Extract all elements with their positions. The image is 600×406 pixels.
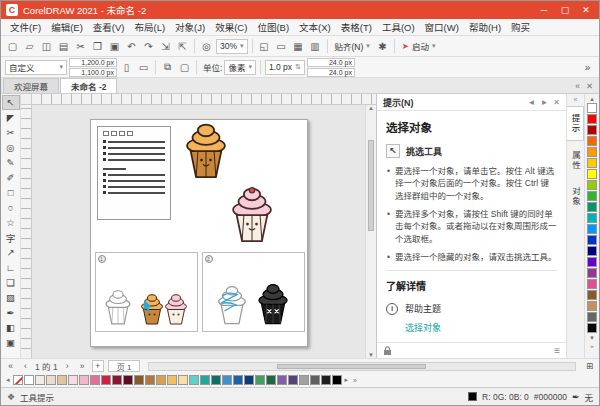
color-swatch[interactable]	[587, 323, 597, 333]
expand-dockers-icon[interactable]: «	[574, 96, 578, 103]
color-swatch[interactable]	[587, 180, 597, 190]
palette-left-icon[interactable]: ◂	[6, 376, 10, 384]
palette-expand-icon[interactable]: »	[590, 342, 593, 350]
save-icon[interactable]: ◫	[39, 39, 54, 54]
first-page-icon[interactable]: «	[5, 361, 16, 371]
steps-box-right[interactable]: 2	[202, 252, 305, 332]
connector-tool[interactable]: ∟	[2, 260, 20, 275]
back-icon[interactable]: ◄	[527, 98, 535, 107]
maximize-button[interactable]: ▢	[557, 5, 573, 15]
landscape-orientation-icon[interactable]: ▭	[136, 60, 151, 75]
all-pages-icon[interactable]: ⧉	[160, 60, 175, 75]
color-swatch[interactable]	[255, 375, 265, 385]
text-tool[interactable]: 字	[2, 230, 20, 245]
select-objects-link[interactable]: 选择对象	[405, 321, 557, 334]
canvas[interactable]: 1	[32, 105, 365, 358]
vertical-scroll-thumb[interactable]	[368, 140, 374, 232]
color-swatch[interactable]	[79, 375, 89, 385]
page-tab[interactable]: 页 1	[108, 360, 141, 372]
artistic-media-tool[interactable]: ✐	[2, 170, 20, 185]
color-swatch[interactable]	[277, 375, 287, 385]
previous-page-icon[interactable]: ‹	[20, 361, 31, 371]
color-swatch[interactable]	[587, 158, 597, 168]
color-swatch[interactable]	[587, 213, 597, 223]
page-preset-select[interactable]: 自定义▾	[5, 60, 67, 75]
menu-item[interactable]: 工具(O)	[377, 19, 420, 35]
ellipse-tool[interactable]: ○	[2, 200, 20, 215]
last-page-icon[interactable]: »	[77, 361, 88, 371]
color-swatch[interactable]	[46, 375, 56, 385]
color-swatch[interactable]	[587, 103, 597, 113]
paste-icon[interactable]: ▣	[107, 39, 122, 54]
ruler-origin[interactable]	[21, 94, 32, 105]
drop-shadow-tool[interactable]: ❏	[2, 275, 20, 290]
close-docker-icon[interactable]: ✕	[586, 81, 593, 91]
current-page-icon[interactable]: ▢	[177, 60, 192, 75]
new-document-icon[interactable]: ▢	[5, 39, 20, 54]
color-swatch[interactable]	[167, 375, 177, 385]
color-swatch[interactable]	[321, 375, 331, 385]
menu-item[interactable]: 购买	[506, 19, 535, 35]
dimension-tool[interactable]: ↗	[2, 245, 20, 260]
drawing-page[interactable]: 1	[90, 119, 308, 347]
color-swatch[interactable]	[222, 375, 232, 385]
duplicate-x-field[interactable]: 24.0 px	[307, 58, 355, 67]
color-swatch[interactable]	[587, 147, 597, 157]
options-gear-icon[interactable]: ✱	[375, 39, 390, 54]
zoom-tool[interactable]: ◎	[2, 140, 20, 155]
color-swatch[interactable]	[189, 375, 199, 385]
undo-icon[interactable]: ↶	[124, 39, 139, 54]
cupcake-pink-object[interactable]	[225, 186, 279, 246]
menu-item[interactable]: 文件(F)	[5, 19, 46, 35]
portrait-orientation-icon[interactable]: ▯	[119, 60, 134, 75]
horizontal-ruler[interactable]	[32, 94, 376, 105]
launch-button[interactable]: ➤ 启动 ▾	[399, 40, 439, 52]
menu-item[interactable]: 查看(V)	[88, 19, 130, 35]
cupcake-orange-object[interactable]	[179, 122, 233, 182]
color-swatch[interactable]	[587, 136, 597, 146]
color-swatch[interactable]	[587, 279, 597, 289]
forward-icon[interactable]: ►	[540, 98, 548, 107]
palette-down-icon[interactable]: ▼	[589, 334, 595, 342]
next-page-icon[interactable]: ›	[62, 361, 73, 371]
color-swatch[interactable]	[587, 268, 597, 278]
zoom-level-select[interactable]: 30%▾	[216, 39, 248, 54]
menu-item[interactable]: 编辑(E)	[46, 19, 88, 35]
cupcake-black-object[interactable]	[253, 282, 293, 328]
pick-tool[interactable]: ↖	[2, 95, 20, 110]
menu-item[interactable]: 表格(T)	[336, 19, 377, 35]
close-docker-icon[interactable]: ✕	[553, 98, 560, 107]
color-swatch[interactable]	[587, 125, 597, 135]
menu-item[interactable]: 位图(B)	[252, 19, 294, 35]
color-swatch[interactable]	[24, 375, 34, 385]
polygon-tool[interactable]: ☆	[2, 215, 20, 230]
menu-item[interactable]: 窗口(W)	[420, 19, 464, 35]
color-swatch[interactable]	[587, 290, 597, 300]
duplicate-y-field[interactable]: 24.0 px	[307, 68, 355, 77]
freehand-tool[interactable]: ✎	[2, 155, 20, 170]
color-swatch[interactable]	[587, 235, 597, 245]
print-icon[interactable]: ▤	[56, 39, 71, 54]
color-swatch[interactable]	[288, 375, 298, 385]
color-swatch[interactable]	[211, 375, 221, 385]
color-swatch[interactable]	[200, 375, 210, 385]
close-button[interactable]: ✕	[578, 5, 594, 15]
horizontal-scrollbar[interactable]	[148, 362, 576, 371]
color-swatch[interactable]	[587, 191, 597, 201]
guidelines-icon[interactable]: ▥	[308, 39, 323, 54]
color-swatch[interactable]	[101, 375, 111, 385]
pan-mode-icon[interactable]: ⊞	[584, 361, 595, 371]
shape-tool[interactable]: ◤	[2, 110, 20, 125]
color-swatch[interactable]	[112, 375, 122, 385]
cupcake-outline-scribble-object[interactable]	[213, 284, 251, 328]
color-swatch[interactable]	[134, 375, 144, 385]
menu-item[interactable]: 对象(J)	[170, 19, 210, 35]
menu-item[interactable]: 帮助(H)	[464, 19, 506, 35]
vertical-ruler[interactable]	[21, 105, 32, 358]
recipe-card-object[interactable]	[97, 126, 171, 220]
color-swatch[interactable]	[299, 375, 309, 385]
cupcake-sketch-object[interactable]	[101, 288, 135, 328]
color-swatch[interactable]	[156, 375, 166, 385]
nudge-distance-field[interactable]: 1.0 px⇅	[265, 60, 305, 75]
smart-fill-tool[interactable]: ▣	[2, 335, 20, 350]
